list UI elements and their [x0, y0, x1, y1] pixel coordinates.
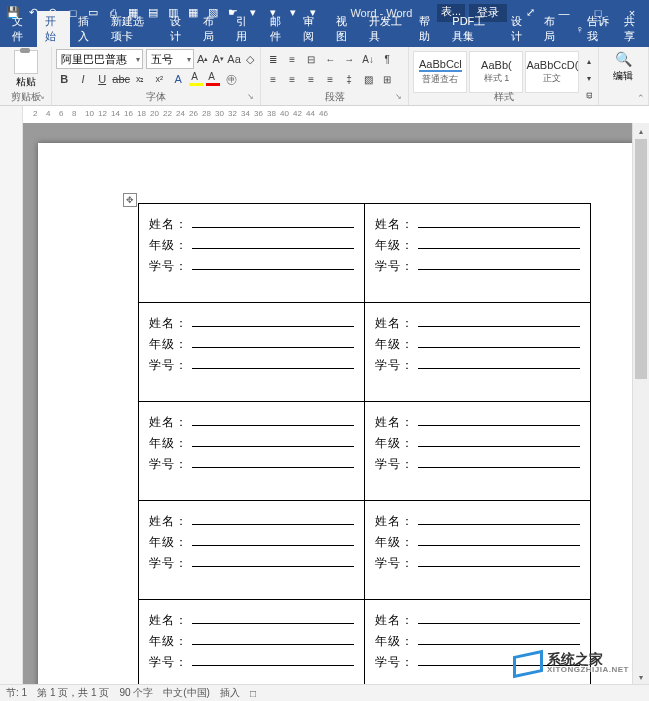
style-item-2[interactable]: AaBb( 样式 1: [469, 51, 523, 93]
status-track-changes[interactable]: □: [250, 688, 256, 699]
tab-pdf[interactable]: PDF工具集: [444, 11, 503, 47]
table-cell[interactable]: 姓名：年级：学号：: [365, 204, 591, 303]
styles-row-up-icon[interactable]: ▴: [581, 53, 597, 69]
table-cell[interactable]: 姓名：年级：学号：: [139, 204, 365, 303]
field-line[interactable]: [418, 532, 580, 546]
field-line[interactable]: [418, 652, 580, 666]
tab-layout[interactable]: 布局: [195, 11, 228, 47]
align-left-icon[interactable]: ≡: [265, 71, 281, 87]
field-line[interactable]: [192, 412, 354, 426]
tab-mailings[interactable]: 邮件: [262, 11, 295, 47]
tab-table-design[interactable]: 设计: [503, 11, 536, 47]
tab-view[interactable]: 视图: [328, 11, 361, 47]
status-page[interactable]: 第 1 页，共 1 页: [37, 686, 109, 700]
tab-review[interactable]: 审阅: [295, 11, 328, 47]
field-line[interactable]: [418, 412, 580, 426]
decrease-indent-icon[interactable]: ←: [322, 51, 338, 67]
field-line[interactable]: [418, 313, 580, 327]
table-cell[interactable]: 姓名：年级：学号：: [139, 402, 365, 501]
multilevel-icon[interactable]: ⊟: [303, 51, 319, 67]
font-size-combo[interactable]: 五号: [146, 49, 194, 69]
tab-home[interactable]: 开始: [37, 11, 70, 47]
circled-char-icon[interactable]: ㊥: [223, 71, 239, 87]
table-cell[interactable]: 姓名：年级：学号：: [365, 303, 591, 402]
tell-me[interactable]: ♀ 告诉我: [569, 11, 615, 47]
increase-indent-icon[interactable]: →: [341, 51, 357, 67]
superscript-icon[interactable]: x²: [151, 71, 167, 87]
italic-icon[interactable]: I: [75, 71, 91, 87]
font-dialog-launcher[interactable]: ↘: [246, 91, 258, 103]
status-word-count[interactable]: 90 个字: [119, 686, 153, 700]
align-right-icon[interactable]: ≡: [303, 71, 319, 87]
field-line[interactable]: [192, 235, 354, 249]
field-line[interactable]: [192, 454, 354, 468]
table-cell[interactable]: 姓名：年级：学号：: [139, 501, 365, 600]
status-section[interactable]: 节: 1: [6, 686, 27, 700]
field-line[interactable]: [418, 553, 580, 567]
highlight-icon[interactable]: [189, 72, 203, 86]
field-line[interactable]: [192, 532, 354, 546]
table-cell[interactable]: 姓名：年级：学号：: [365, 501, 591, 600]
paragraph-dialog-launcher[interactable]: ↘: [394, 91, 406, 103]
field-line[interactable]: [418, 610, 580, 624]
field-line[interactable]: [418, 256, 580, 270]
font-color-icon[interactable]: [206, 72, 220, 86]
shrink-font-icon[interactable]: A▾: [212, 51, 224, 67]
status-language[interactable]: 中文(中国): [163, 686, 210, 700]
line-spacing-icon[interactable]: ‡: [341, 71, 357, 87]
text-effects-icon[interactable]: A: [170, 71, 186, 87]
vertical-scrollbar[interactable]: ▴ ▾: [632, 123, 649, 685]
field-line[interactable]: [418, 433, 580, 447]
subscript-icon[interactable]: x₂: [132, 71, 148, 87]
collapse-ribbon-icon[interactable]: ⌃: [637, 93, 645, 103]
field-line[interactable]: [192, 631, 354, 645]
underline-icon[interactable]: U: [94, 71, 110, 87]
horizontal-ruler[interactable]: 2468101214161820222426283032343638404244…: [23, 106, 649, 124]
field-line[interactable]: [192, 652, 354, 666]
style-item-3[interactable]: AaBbCcD( 正文: [525, 51, 579, 93]
borders-icon[interactable]: ⊞: [379, 71, 395, 87]
field-line[interactable]: [418, 235, 580, 249]
show-marks-icon[interactable]: ¶: [379, 51, 395, 67]
scroll-thumb[interactable]: [635, 139, 647, 379]
tab-newtab[interactable]: 新建选项卡: [103, 11, 162, 47]
field-line[interactable]: [192, 256, 354, 270]
tab-references[interactable]: 引用: [228, 11, 261, 47]
tab-table-layout[interactable]: 布局: [536, 11, 569, 47]
field-line[interactable]: [418, 334, 580, 348]
field-line[interactable]: [192, 511, 354, 525]
field-line[interactable]: [192, 313, 354, 327]
strike-icon[interactable]: abc: [113, 71, 129, 87]
sort-icon[interactable]: A↓: [360, 51, 376, 67]
clear-format-icon[interactable]: ◇: [244, 51, 256, 67]
table-move-handle[interactable]: [123, 193, 137, 207]
field-line[interactable]: [418, 355, 580, 369]
table-cell[interactable]: 姓名：年级：学号：: [139, 600, 365, 686]
tab-help[interactable]: 帮助: [411, 11, 444, 47]
table-cell[interactable]: 姓名：年级：学号：: [365, 402, 591, 501]
align-center-icon[interactable]: ≡: [284, 71, 300, 87]
grow-font-icon[interactable]: A▴: [197, 51, 209, 67]
field-line[interactable]: [192, 553, 354, 567]
share-button[interactable]: 共享: [616, 11, 649, 47]
document-table[interactable]: 姓名：年级：学号：姓名：年级：学号：姓名：年级：学号：姓名：年级：学号：姓名：年…: [138, 203, 591, 685]
table-cell[interactable]: 姓名：年级：学号：: [139, 303, 365, 402]
field-line[interactable]: [418, 631, 580, 645]
justify-icon[interactable]: ≡: [322, 71, 338, 87]
scroll-up-icon[interactable]: ▴: [633, 123, 649, 139]
field-line[interactable]: [192, 610, 354, 624]
style-item-1[interactable]: AaBbCcl 普通查右: [413, 51, 467, 93]
document-canvas[interactable]: 姓名：年级：学号：姓名：年级：学号：姓名：年级：学号：姓名：年级：学号：姓名：年…: [23, 123, 632, 685]
scroll-down-icon[interactable]: ▾: [633, 669, 649, 685]
tab-insert[interactable]: 插入: [70, 11, 103, 47]
field-line[interactable]: [192, 355, 354, 369]
styles-dialog-launcher[interactable]: ↘: [584, 91, 596, 103]
clipboard-dialog-launcher[interactable]: ↘: [37, 91, 49, 103]
tab-developer[interactable]: 开发工具: [361, 11, 411, 47]
shading-icon[interactable]: ▨: [360, 71, 376, 87]
numbering-icon[interactable]: ≡: [284, 51, 300, 67]
field-line[interactable]: [418, 454, 580, 468]
vertical-ruler[interactable]: [0, 123, 23, 685]
find-icon[interactable]: 🔍: [613, 49, 633, 69]
paste-button[interactable]: 粘贴: [14, 49, 38, 89]
